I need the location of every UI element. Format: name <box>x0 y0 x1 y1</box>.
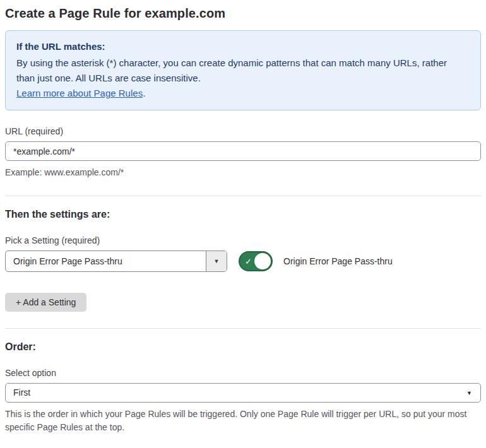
settings-section-heading: Then the settings are: <box>5 209 481 220</box>
url-match-info-box: If the URL matches: By using the asteris… <box>5 30 481 110</box>
order-helper-text: This is the order in which your Page Rul… <box>5 408 477 434</box>
section-divider <box>5 196 481 196</box>
page-title: Create a Page Rule for example.com <box>5 6 481 21</box>
order-select[interactable]: First ▼ <box>5 383 481 403</box>
section-divider <box>5 328 481 329</box>
info-box-heading: If the URL matches: <box>16 39 470 54</box>
setting-toggle-label: Origin Error Page Pass-thru <box>283 256 393 266</box>
create-page-rule-form: Create a Page Rule for example.com If th… <box>0 0 486 448</box>
info-link-row: Learn more about Page Rules. <box>16 86 470 101</box>
info-box-body: By using the asterisk (*) character, you… <box>16 56 455 86</box>
chevron-down-icon: ▼ <box>466 384 472 402</box>
learn-more-link[interactable]: Learn more about Page Rules <box>16 88 143 98</box>
order-section-heading: Order: <box>5 341 481 353</box>
setting-toggle[interactable]: ✓ <box>239 251 273 271</box>
pick-setting-label: Pick a Setting (required) <box>5 235 481 245</box>
setting-dropdown-value: Origin Error Page Pass-thru <box>6 251 206 271</box>
order-select-value: First <box>13 387 30 398</box>
url-input[interactable] <box>5 141 481 161</box>
add-setting-button[interactable]: + Add a Setting <box>5 293 86 312</box>
setting-dropdown[interactable]: Origin Error Page Pass-thru ▼ <box>5 251 227 272</box>
url-helper-text: Example: www.example.com/* <box>5 166 481 179</box>
url-label: URL (required) <box>5 126 481 136</box>
dropdown-arrow-button[interactable]: ▼ <box>206 251 227 271</box>
check-icon: ✓ <box>245 257 252 266</box>
setting-row: Origin Error Page Pass-thru ▼ ✓ Origin E… <box>5 251 481 272</box>
url-field-group: URL (required) Example: www.example.com/… <box>5 126 481 179</box>
link-period-text: . <box>143 88 145 98</box>
chevron-down-icon: ▼ <box>214 259 220 264</box>
toggle-knob <box>254 253 271 269</box>
select-option-label: Select option <box>5 368 481 378</box>
